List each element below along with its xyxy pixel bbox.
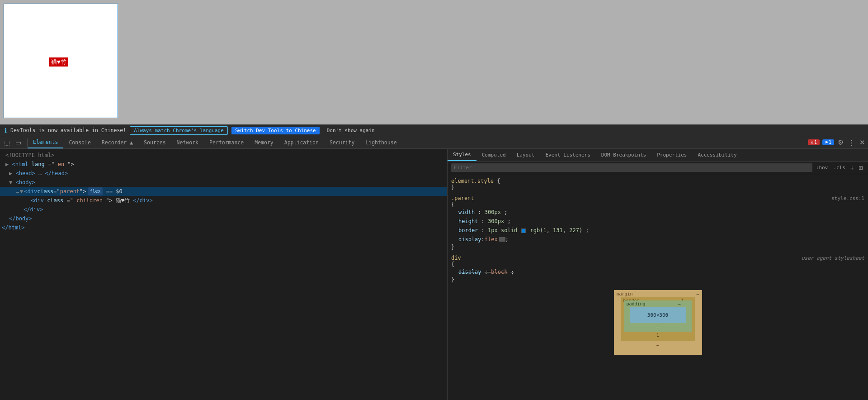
html-line-head: ▶ <head> … </head> — [0, 169, 447, 178]
elements-panel: <!DOCTYPE html> ▶ <html lang =" en "> ▶ … — [0, 149, 448, 400]
tab-console[interactable]: Console — [63, 136, 96, 148]
tab-network[interactable]: Network — [171, 136, 204, 148]
devtools-main: <!DOCTYPE html> ▶ <html lang =" en "> ▶ … — [0, 149, 868, 400]
add-style-button[interactable]: + — [849, 164, 855, 171]
tab-properties[interactable]: Properties — [651, 149, 692, 161]
browser-viewport: 猫♥竹 — [4, 4, 118, 118]
styles-filter-bar: :hov .cls + ⊞ — [448, 162, 868, 174]
warning-badge: ⚑ 1 — [822, 139, 834, 145]
div-useragent-rule: div user agent stylesheet { display : bl… — [451, 255, 864, 283]
tab-event-listeners[interactable]: Event Listeners — [540, 149, 595, 161]
tab-computed[interactable]: Computed — [476, 149, 511, 161]
tab-performance[interactable]: Performance — [204, 136, 249, 148]
prop-border: border : 1px solid rgb(1, 131, 227) ; — [451, 226, 864, 235]
element-style-selector: element.style { — [451, 178, 864, 184]
html-line-html: ▶ <html lang =" en "> — [0, 160, 447, 169]
html-line-parent-div[interactable]: … ▼ <div class =" parent "> flex == $0 — [0, 187, 447, 196]
html-line-close-div: </div> — [0, 205, 447, 214]
dont-show-again-button[interactable]: Don't show again — [323, 127, 378, 134]
right-tabs: Styles Computed Layout Event Listeners D… — [448, 149, 868, 162]
parent-selector: .parent style.css:1 — [451, 195, 864, 201]
prop-height: height : 300px ; — [451, 217, 864, 226]
html-line-body: ▼ <body> — [0, 178, 447, 187]
styles-panel: Styles Computed Layout Event Listeners D… — [448, 149, 868, 400]
tab-recorder[interactable]: Recorder ▲ — [96, 136, 138, 148]
tab-dom-breakpoints[interactable]: DOM Breakpoints — [596, 149, 651, 161]
info-bar: ℹ DevTools is now available in Chinese! … — [0, 124, 868, 136]
info-icon: ℹ — [5, 127, 7, 134]
devtools-panel: ⬚ ▭ Elements Console Recorder ▲ Source — [0, 136, 868, 400]
info-message: DevTools is now available in Chinese! — [10, 127, 126, 133]
prop-width: width : 300px ; — [451, 208, 864, 217]
tab-lighthouse[interactable]: Lighthouse — [360, 136, 402, 148]
inspect-element-button[interactable]: ⬚ — [2, 138, 12, 147]
device-toolbar-button[interactable]: ▭ — [13, 138, 24, 147]
filter-cls-button[interactable]: .cls — [831, 164, 847, 171]
prop-display: display : flex ; — [451, 235, 864, 244]
tab-sources[interactable]: Sources — [138, 136, 171, 148]
tab-elements[interactable]: Elements — [28, 136, 63, 148]
devtools-tabs: Elements Console Recorder ▲ Sources Netw… — [28, 136, 808, 148]
parent-rule: .parent style.css:1 { width : 300px ; he… — [451, 195, 864, 250]
more-options-button[interactable]: ⋮ — [847, 138, 856, 148]
filter-input[interactable] — [451, 163, 812, 172]
tab-accessibility[interactable]: Accessibility — [692, 149, 742, 161]
prop-display-block: display : block ; — [451, 267, 864, 276]
tab-application[interactable]: Application — [279, 136, 324, 148]
tab-security[interactable]: Security — [324, 136, 360, 148]
settings-button[interactable]: ⚙ — [837, 138, 844, 148]
styles-content: element.style { } .parent style.css:1 { — [448, 174, 868, 400]
devtools-toolbar: ⬚ ▭ Elements Console Recorder ▲ Source — [0, 136, 868, 149]
always-match-button[interactable]: Always match Chrome's language — [130, 126, 228, 135]
switch-devtools-button[interactable]: Switch Dev Tools to Chinese — [231, 127, 320, 134]
error-badge: ✕ 1 — [808, 139, 820, 145]
tab-memory[interactable]: Memory — [249, 136, 279, 148]
element-style-rule: element.style { } — [451, 178, 864, 190]
html-line-close-body: </body> — [0, 214, 447, 223]
tab-layout[interactable]: Layout — [511, 149, 540, 161]
page-element: 猫♥竹 — [49, 57, 68, 67]
filter-hov-button[interactable]: :hov — [814, 164, 830, 171]
html-line-close-html: </html> — [0, 223, 447, 232]
close-devtools-button[interactable]: ✕ — [859, 138, 866, 148]
box-model-section: margin – border 1 padding – — [451, 290, 864, 355]
color-swatch-border — [521, 229, 526, 233]
html-line-doctype: <!DOCTYPE html> — [0, 151, 447, 160]
tab-styles[interactable]: Styles — [448, 149, 476, 161]
toggle-style-button[interactable]: ⊞ — [857, 165, 864, 171]
html-line-children-div[interactable]: <div class =" children "> 猫♥竹 </div> — [0, 196, 447, 205]
flex-layout-icon — [499, 237, 505, 242]
div-selector: div user agent stylesheet — [451, 255, 864, 261]
